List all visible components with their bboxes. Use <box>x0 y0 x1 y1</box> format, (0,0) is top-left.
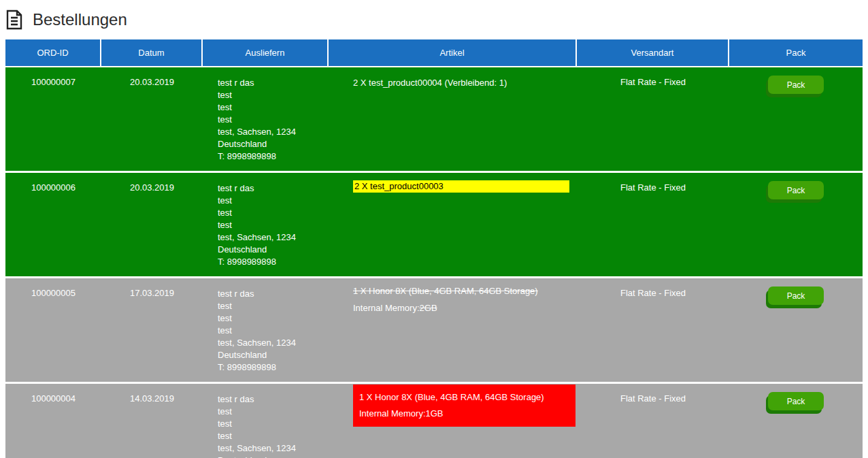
order-id-cell: 100000006 <box>5 173 101 276</box>
column-header-pack: Pack <box>729 39 863 66</box>
pack-cell: Pack <box>729 278 863 382</box>
shipping-method-cell: Flat Rate - Fixed <box>577 384 729 458</box>
shipping-method-cell: Flat Rate - Fixed <box>577 278 729 382</box>
article-text: 1 X Honor 8X (Blue, 4GB RAM, 64GB Storag… <box>353 282 577 316</box>
order-date-cell: 20.03.2019 <box>101 67 203 171</box>
pack-button[interactable]: Pack <box>768 287 824 305</box>
order-row: 100000006 20.03.2019 test r dastesttestt… <box>5 173 863 276</box>
delivery-address-cell: test r dastesttesttesttest, Sachsen, 123… <box>203 173 329 276</box>
article-text: 2 X test_product00003 <box>353 180 569 193</box>
order-date-cell: 14.03.2019 <box>101 384 203 458</box>
pack-button[interactable]: Pack <box>768 181 824 199</box>
order-date-cell: 17.03.2019 <box>101 278 203 382</box>
orders-table: ORD-ID Datum Ausliefern Artikel Versanda… <box>5 39 863 458</box>
order-row: 100000005 17.03.2019 test r dastesttestt… <box>5 278 863 382</box>
article-cell: 2 X test_product00003 <box>329 173 577 276</box>
page-title: Bestellungen <box>33 10 127 29</box>
pack-button[interactable]: Pack <box>768 76 824 94</box>
order-date-cell: 20.03.2019 <box>101 173 203 276</box>
order-row: 100000007 20.03.2019 test r dastesttestt… <box>5 67 863 171</box>
article-text: 2 X test_product00004 (Verbleibend: 1) <box>353 77 577 89</box>
pack-cell: Pack <box>729 173 863 276</box>
column-header-versandart: Versandart <box>577 39 729 66</box>
column-header-datum: Datum <box>101 39 203 66</box>
order-id-cell: 100000005 <box>5 278 101 382</box>
table-header-row: ORD-ID Datum Ausliefern Artikel Versanda… <box>5 39 863 66</box>
shipping-method-cell: Flat Rate - Fixed <box>577 67 729 171</box>
delivery-address-cell: test r dastesttesttesttest, Sachsen, 123… <box>203 67 329 171</box>
pack-cell: Pack <box>729 384 863 458</box>
shipping-method-cell: Flat Rate - Fixed <box>577 173 729 276</box>
document-icon <box>5 10 23 30</box>
column-header-ausliefern: Ausliefern <box>203 39 329 66</box>
table-body: 100000007 20.03.2019 test r dastesttestt… <box>5 67 863 458</box>
order-row: 100000004 14.03.2019 test r dastesttestt… <box>5 384 863 458</box>
article-text: 1 X Honor 8X (Blue, 4GB RAM, 64GB Storag… <box>353 385 575 427</box>
order-id-cell: 100000004 <box>5 384 101 458</box>
delivery-address-cell: test r dastesttesttesttest, Sachsen, 123… <box>203 278 329 382</box>
article-cell: 1 X Honor 8X (Blue, 4GB RAM, 64GB Storag… <box>329 384 577 458</box>
article-cell: 1 X Honor 8X (Blue, 4GB RAM, 64GB Storag… <box>329 278 577 382</box>
pack-button[interactable]: Pack <box>768 392 824 410</box>
orders-page: Bestellungen ORD-ID Datum Ausliefern Art… <box>0 0 868 458</box>
delivery-address-cell: test r dastesttesttesttest, Sachsen, 123… <box>203 384 329 458</box>
pack-cell: Pack <box>729 67 863 171</box>
order-id-cell: 100000007 <box>5 67 101 171</box>
article-cell: 2 X test_product00004 (Verbleibend: 1) <box>329 67 577 171</box>
page-header: Bestellungen <box>0 0 868 39</box>
column-header-ord-id: ORD-ID <box>5 39 101 66</box>
column-header-artikel: Artikel <box>329 39 577 66</box>
